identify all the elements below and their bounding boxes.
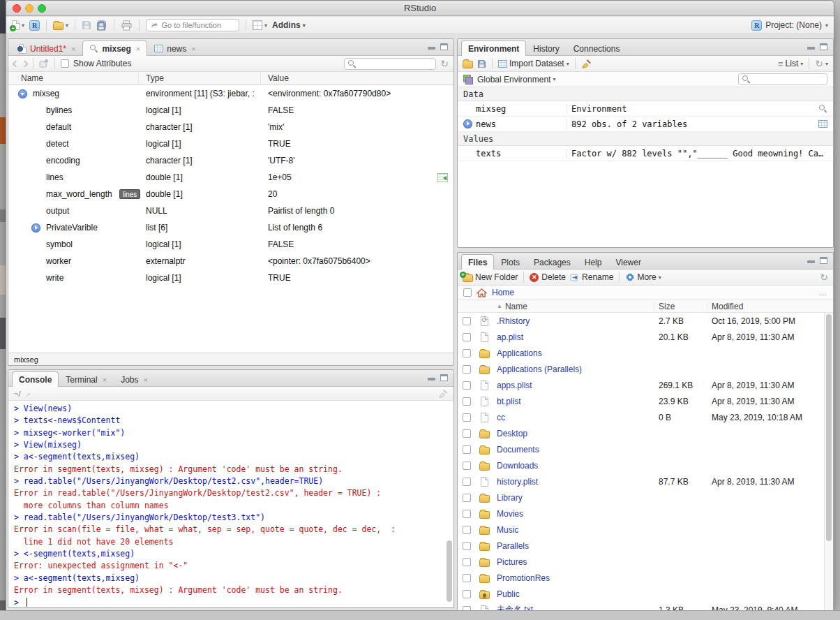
tab-untitled1[interactable]: Untitled1* × <box>12 40 82 56</box>
file-name-link[interactable]: PromotionRes <box>493 573 654 583</box>
file-row[interactable]: history.plist87.7 KBApr 8, 2019, 11:30 A… <box>458 473 825 489</box>
minimize-pane-icon[interactable] <box>807 257 815 264</box>
file-row[interactable]: Applications <box>458 345 825 361</box>
file-checkbox[interactable] <box>463 590 471 598</box>
file-checkbox[interactable] <box>463 349 471 357</box>
object-row[interactable]: mixsegenvironment [11] (S3: jiebar, :<en… <box>8 85 453 102</box>
back-icon[interactable] <box>13 60 20 67</box>
print-button[interactable] <box>121 20 133 31</box>
scrollbar-thumb[interactable] <box>447 540 452 602</box>
close-tab-icon[interactable]: × <box>103 376 107 384</box>
close-tab-icon[interactable]: × <box>144 376 148 384</box>
file-row[interactable]: Desktop <box>458 425 825 441</box>
save-all-button[interactable] <box>96 20 107 31</box>
addins-button[interactable]: Addins ▾ <box>272 20 306 30</box>
file-row[interactable]: ap.plist20.1 KBApr 8, 2019, 11:30 AM <box>458 329 825 345</box>
import-dataset-button[interactable]: Import Dataset ▾ <box>498 59 569 68</box>
file-row[interactable]: Documents <box>458 441 825 457</box>
file-row[interactable]: apps.plist269.1 KBApr 8, 2019, 11:30 AM <box>458 377 825 393</box>
delete-button[interactable]: ✕ Delete <box>530 272 566 282</box>
file-checkbox[interactable] <box>463 413 471 422</box>
files-scrollbar[interactable] <box>824 313 833 611</box>
collapse-icon[interactable] <box>18 89 27 98</box>
close-tab-icon[interactable]: × <box>191 45 195 53</box>
save-workspace-icon[interactable] <box>477 59 486 68</box>
file-name-link[interactable]: Applications <box>493 348 654 358</box>
file-name-link[interactable]: apps.plist <box>493 381 654 390</box>
maximize-pane-icon[interactable] <box>820 43 827 50</box>
file-checkbox[interactable] <box>463 445 471 454</box>
environment-object-row[interactable]: mixsegEnvironment <box>458 101 833 117</box>
minimize-pane-icon[interactable] <box>428 374 435 381</box>
scrollbar-thumb[interactable] <box>826 314 832 541</box>
column-header-modified[interactable]: Modified <box>707 302 833 311</box>
goto-file-function-box[interactable] <box>146 19 239 31</box>
tab-connections[interactable]: Connections <box>567 40 627 56</box>
object-row[interactable]: defaultcharacter [1]'mix' <box>8 119 453 135</box>
open-in-new-window-icon[interactable] <box>39 59 49 68</box>
file-name-link[interactable]: bt.plist <box>493 397 654 406</box>
file-checkbox[interactable] <box>463 494 471 502</box>
minimize-pane-icon[interactable] <box>428 43 435 50</box>
object-row[interactable]: encodingcharacter [1]'UTF-8' <box>8 152 453 169</box>
file-checkbox[interactable] <box>463 526 471 534</box>
expand-icon[interactable] <box>463 119 472 128</box>
file-name-link[interactable]: history.plist <box>493 477 654 487</box>
file-name-link[interactable]: Movies <box>493 509 654 519</box>
refresh-icon[interactable]: ↻ <box>440 58 449 69</box>
file-name-link[interactable]: Library <box>493 493 654 503</box>
minimize-pane-icon[interactable] <box>807 43 815 50</box>
tab-news[interactable]: news × <box>147 40 202 56</box>
refresh-environment-button[interactable]: ↻ ▾ <box>815 58 828 69</box>
file-row[interactable]: Public <box>458 586 825 602</box>
file-name-link[interactable]: .Rhistory <box>493 316 654 326</box>
file-checkbox[interactable] <box>463 542 471 550</box>
file-checkbox[interactable] <box>463 381 471 390</box>
file-row[interactable]: Downloads <box>458 457 825 473</box>
goto-directory-icon[interactable]: → <box>22 388 33 399</box>
close-tab-icon[interactable]: × <box>136 45 140 53</box>
object-row[interactable]: PrivateVariblelist [6]List of length 6 <box>8 219 453 236</box>
refresh-icon[interactable]: ↻ <box>820 272 828 283</box>
file-name-link[interactable]: ap.plist <box>493 332 654 342</box>
show-attributes-checkbox[interactable] <box>61 59 69 68</box>
tab-packages[interactable]: Packages <box>527 254 578 270</box>
file-row[interactable]: Parallels <box>458 538 825 554</box>
file-name-link[interactable]: Parallels <box>493 541 654 551</box>
view-data-icon[interactable] <box>818 120 827 128</box>
file-checkbox[interactable] <box>463 558 471 566</box>
breadcrumb-home-link[interactable]: Home <box>492 288 514 297</box>
file-checkbox[interactable] <box>463 510 471 518</box>
save-button[interactable] <box>82 20 91 30</box>
object-search-box[interactable] <box>344 58 436 70</box>
project-menu-button[interactable]: R Project: (None) ▾ <box>751 20 828 31</box>
home-icon[interactable] <box>477 288 487 297</box>
file-checkbox[interactable] <box>463 397 471 406</box>
object-row[interactable]: symbollogical [1]FALSE <box>8 236 453 253</box>
tab-plots[interactable]: Plots <box>494 254 527 270</box>
object-row[interactable]: outputNULLPairlist of length 0 <box>8 202 453 219</box>
tab-mixseg[interactable]: mixseg × <box>82 40 147 56</box>
file-checkbox[interactable] <box>463 365 471 374</box>
tab-history[interactable]: History <box>526 40 566 56</box>
file-checkbox[interactable] <box>463 429 471 438</box>
object-row[interactable]: detectlogical [1]TRUE <box>8 135 453 152</box>
tab-help[interactable]: Help <box>578 254 609 270</box>
file-checkbox[interactable] <box>463 478 471 486</box>
file-row[interactable]: .Rhistory2.7 KBOct 16, 2019, 5:00 PM <box>458 313 825 329</box>
view-object-icon[interactable] <box>818 104 827 113</box>
file-checkbox[interactable] <box>463 333 471 341</box>
file-row[interactable]: bt.plist23.9 KBApr 8, 2019, 11:30 AM <box>458 393 825 409</box>
clear-console-icon[interactable] <box>438 389 448 399</box>
new-folder-button[interactable]: + New Folder <box>463 272 518 282</box>
file-row[interactable]: Library <box>458 489 825 505</box>
tab-viewer[interactable]: Viewer <box>608 254 647 270</box>
file-checkbox[interactable] <box>463 574 471 582</box>
file-name-link[interactable]: Desktop <box>493 429 654 438</box>
environment-search-box[interactable] <box>738 73 827 85</box>
column-header-size[interactable]: Size <box>654 302 707 311</box>
console-output[interactable]: > View(news)> texts<-news$Contentt> mixs… <box>8 401 453 607</box>
load-workspace-icon[interactable] <box>463 61 473 68</box>
file-row[interactable]: Movies <box>458 505 825 522</box>
object-row[interactable]: workerexternalptr<pointer: 0x7fa6075b640… <box>8 253 453 270</box>
